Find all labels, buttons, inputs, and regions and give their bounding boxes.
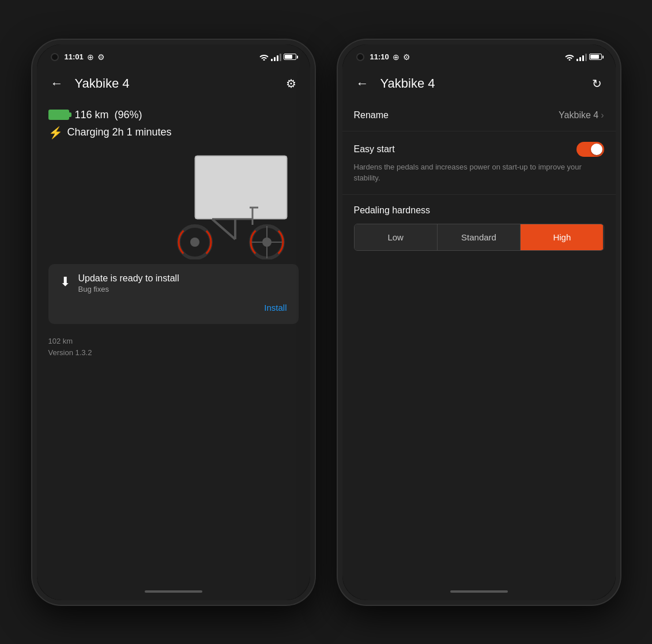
charging-row: ⚡ Charging 2h 1 minutes [48,126,299,140]
camera-dot [51,53,59,61]
pedaling-standard-button[interactable]: Standard [438,224,521,250]
footer-info: 102 km Version 1.3.2 [48,336,299,360]
pedaling-label: Pedaling hardness [354,205,604,216]
easy-start-top: Easy start [354,142,604,157]
battery-status-icon-1 [284,54,296,60]
phone2-title: Yakbike 4 [380,76,590,91]
signal-bars-1 [271,53,281,61]
rename-label: Rename [354,110,389,120]
top-bar-2: ← Yakbike 4 ↻ [342,67,616,100]
update-card: ⬇ Update is ready to install Bug fixes I… [48,264,299,324]
update-title: Update is ready to install [78,273,179,284]
refresh-button[interactable]: ↻ [590,74,604,93]
download-icon: ⬇ [60,274,70,289]
home-indicator-2 [342,583,616,600]
bike-svg [143,150,299,259]
easy-start-toggle[interactable] [576,142,604,157]
toggle-thumb [591,144,602,155]
wifi-icon-1 [259,54,269,61]
status-bar-left-2: 11:10 ⊕ ⚙ [356,52,410,62]
status-icons-2 [565,53,602,61]
easy-start-section: Easy start Hardens the pedals and increa… [342,131,616,195]
sync-icon-1: ⊕ [87,52,94,62]
bike-illustration [143,150,299,259]
back-button-2[interactable]: ← [354,74,371,93]
phone1-title: Yakbike 4 [75,76,284,91]
charging-text: Charging 2h 1 minutes [67,126,172,138]
battery-range: 116 km [75,109,109,121]
gear-icon-2: ⚙ [403,52,410,62]
phone-1: 11:01 ⊕ ⚙ [32,40,315,605]
footer-version: Version 1.3.2 [48,347,299,359]
pedaling-low-button[interactable]: Low [355,224,438,250]
settings-button-1[interactable]: ⚙ [284,74,299,93]
phone1-content: 116 km (96%) ⚡ Charging 2h 1 minutes [37,100,310,583]
footer-distance: 102 km [48,336,299,348]
status-icons-1 [259,53,296,61]
bike-image [48,144,299,259]
back-button-1[interactable]: ← [48,74,66,93]
gear-icon-1: ⚙ [97,52,105,62]
update-card-bottom: Install [60,300,287,315]
easy-start-label: Easy start [354,144,395,155]
camera-dot-2 [356,53,364,61]
update-text: Update is ready to install Bug fixes [78,273,179,293]
svg-point-12 [190,238,199,247]
phone-2: 11:10 ⊕ ⚙ [338,40,620,605]
home-bar-2 [450,590,508,593]
rename-value-container: Yakbike 4 › [559,110,604,120]
signal-bars-2 [576,53,587,61]
battery-section: 116 km (96%) ⚡ Charging 2h 1 minutes [48,109,299,140]
home-indicator-1 [37,583,310,600]
svg-rect-1 [196,157,286,218]
home-bar-1 [145,590,202,593]
status-time-1: 11:01 [65,52,84,61]
pedaling-section: Pedaling hardness Low Standard High [342,195,616,261]
battery-icon [48,110,69,120]
battery-percentage: (96%) [115,109,142,121]
battery-row: 116 km (96%) [48,109,299,121]
battery-status-icon-2 [589,54,602,60]
rename-value: Yakbike 4 [559,110,598,120]
pedaling-buttons-group: Low Standard High [354,224,604,251]
easy-start-description: Hardens the pedals and increases power o… [354,161,604,184]
wifi-icon-2 [565,54,574,61]
status-bar-1: 11:01 ⊕ ⚙ [37,44,310,67]
update-subtitle: Bug fixes [78,285,179,293]
sync-icon-2: ⊕ [393,52,400,62]
update-card-top: ⬇ Update is ready to install Bug fixes [60,273,287,293]
chevron-right-icon: › [601,110,604,120]
top-bar-1: ← Yakbike 4 ⚙ [37,67,310,100]
rename-row[interactable]: Rename Yakbike 4 › [342,100,616,131]
status-time-2: 11:10 [370,52,389,61]
settings-content: Rename Yakbike 4 › Easy start Hardens th… [342,100,616,583]
status-bar-2: 11:10 ⊕ ⚙ [342,44,616,67]
pedaling-high-button[interactable]: High [521,224,603,250]
install-button[interactable]: Install [264,300,287,315]
bolt-icon: ⚡ [48,126,63,140]
svg-line-2 [212,219,235,239]
status-bar-left: 11:01 ⊕ ⚙ [51,52,105,62]
